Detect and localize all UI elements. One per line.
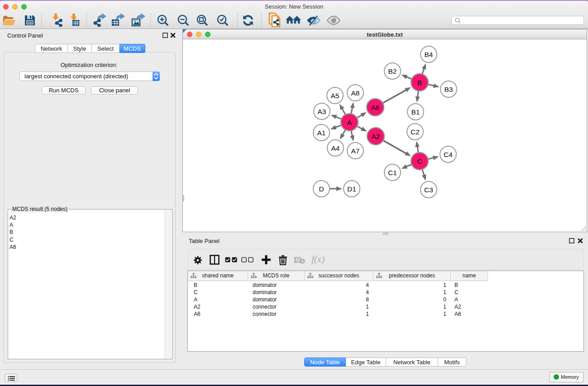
svg-text:C: C	[417, 157, 422, 165]
svg-text:A6: A6	[371, 104, 380, 111]
svg-text:A3: A3	[318, 108, 326, 115]
svg-text:B4: B4	[425, 51, 433, 58]
svg-text:C2: C2	[411, 128, 420, 136]
svg-text:D: D	[319, 185, 324, 193]
svg-text:C3: C3	[424, 186, 433, 194]
svg-text:A5: A5	[331, 92, 339, 100]
svg-text:D1: D1	[347, 185, 356, 193]
svg-text:A1: A1	[317, 129, 326, 137]
svg-text:B2: B2	[388, 67, 397, 75]
svg-text:A4: A4	[331, 144, 340, 152]
svg-text:B: B	[417, 79, 422, 86]
svg-text:A8: A8	[351, 89, 360, 97]
svg-text:A: A	[347, 119, 352, 126]
svg-text:A2: A2	[372, 133, 380, 140]
svg-text:B3: B3	[445, 86, 453, 93]
svg-text:C4: C4	[444, 151, 453, 158]
svg-text:B1: B1	[411, 108, 420, 116]
svg-text:A7: A7	[351, 147, 360, 155]
svg-text:C1: C1	[388, 169, 397, 176]
